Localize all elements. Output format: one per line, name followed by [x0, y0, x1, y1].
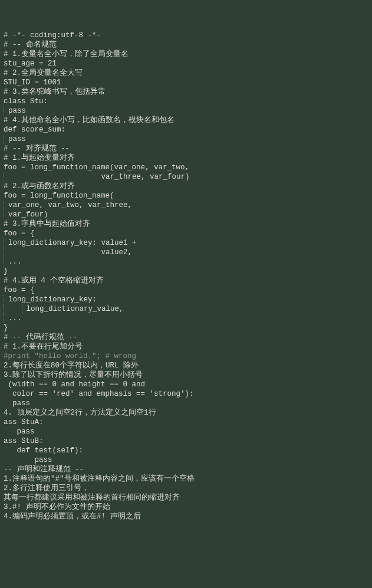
code-line: # 1.不要在行尾加分号 — [4, 342, 368, 352]
code-line: pass — [4, 106, 368, 116]
indent-guide-icon: long_dictionary_key: — [4, 295, 97, 304]
code-line: 其每一行都建议采用和被注释的首行相同的缩进对齐 — [4, 493, 368, 502]
indent-guide-icon: long_dictionary_key: value1 + — [4, 238, 137, 248]
code-line: # 1.与起始变量对齐 — [4, 153, 368, 163]
code-line: STU_ID = 1001 — [4, 78, 368, 87]
code-line: 4. 顶层定义之间空2行，方法定义之间空1行 — [4, 408, 368, 418]
code-line: foo = { — [4, 285, 368, 295]
code-line: ... — [4, 314, 368, 323]
indent-guide-icon: var_three, var_four) — [4, 172, 190, 182]
code-line: 2.每行长度在80个字符以内，URL 除外 — [4, 361, 368, 370]
code-line: stu_age = 21 — [4, 59, 368, 68]
code-line: 3.除了以下折行的情况，尽量不用小括号 — [4, 370, 368, 380]
code-line: # -- 对齐规范 -- — [4, 144, 368, 153]
code-line: pass — [4, 399, 368, 408]
code-line: pass — [4, 427, 368, 436]
indent-guide-icon: pass — [4, 106, 26, 116]
code-line: long_dictionary_key: value1 + — [4, 238, 368, 248]
code-line: -- 声明和注释规范 -- — [4, 465, 368, 474]
code-line: def score_sum: — [4, 125, 368, 134]
code-line: # 4.或用 4 个空格缩进对齐 — [4, 276, 368, 285]
code-line: var_one, var_two, var_three, — [4, 201, 368, 210]
code-line: pass — [4, 134, 368, 144]
indent-guide-icon: long_dictionary_value, — [22, 304, 124, 314]
code-line: ass StuB: — [4, 436, 368, 446]
code-line: # 3.字典中与起始值对齐 — [4, 219, 368, 229]
indent-guide-icon: value2, — [4, 248, 132, 257]
code-line: #print "hello world."; # wrong — [4, 352, 368, 361]
indent-guide-icon: pass — [4, 134, 26, 144]
indent-guide-icon: var_one, var_two, var_three, — [4, 201, 132, 210]
code-line: 1.注释语句的"#"号和被注释内容之间，应该有一个空格 — [4, 474, 368, 484]
code-line: # 2.或与函数名对齐 — [4, 182, 368, 191]
code-line: # 1.变量名全小写，除了全局变量名 — [4, 50, 368, 59]
code-block: # -*- coding:utf-8 -*-# -- 命名规范# 1.变量名全小… — [4, 31, 368, 521]
code-line: ass StuA: — [4, 418, 368, 427]
code-line: color == 'red' and emphasis == 'strong')… — [4, 389, 368, 399]
code-line: 3.#! 声明不必作为文件的开始 — [4, 502, 368, 512]
code-line: # 4.其他命名全小写，比如函数名，模块名和包名 — [4, 116, 368, 125]
code-line: ... — [4, 257, 368, 267]
code-line: pass — [4, 455, 368, 465]
code-line: class Stu: — [4, 97, 368, 106]
code-line: } — [4, 267, 368, 276]
code-line: var_four) — [4, 210, 368, 219]
code-line: # -- 代码行规范 -- — [4, 333, 368, 342]
code-line: # -*- coding:utf-8 -*- — [4, 31, 368, 40]
indent-guide-icon: ... — [4, 257, 22, 267]
code-line: 4.编码声明必须置顶，或在#! 声明之后 — [4, 512, 368, 521]
code-line: def test(self): — [4, 446, 368, 455]
code-line: var_three, var_four) — [4, 172, 368, 182]
code-line: (width == 0 and height == 0 and — [4, 380, 368, 389]
code-line: foo = { — [4, 229, 368, 238]
code-line: # 3.类名驼峰书写，包括异常 — [4, 87, 368, 97]
code-line: } — [4, 323, 368, 333]
code-line: long_dictionary_key: — [4, 295, 368, 304]
code-line: foo = long_function_name(var_one, var_tw… — [4, 163, 368, 172]
code-line: 2.多行注释使用三引号， — [4, 484, 368, 493]
indent-guide-icon: ... — [4, 314, 22, 323]
indent-guide-icon: var_four) — [4, 210, 48, 219]
code-line: # 2.全局变量名全大写 — [4, 68, 368, 78]
code-line: long_dictionary_value, — [4, 304, 368, 314]
code-line: # -- 命名规范 — [4, 40, 368, 50]
indent-guide-icon: long_dictionary_value, — [4, 304, 124, 314]
code-line: foo = long_function_name( — [4, 191, 368, 201]
code-line: value2, — [4, 248, 368, 257]
